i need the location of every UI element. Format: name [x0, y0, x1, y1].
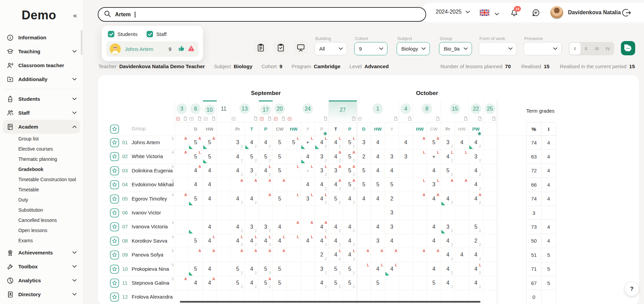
sidebar-scrollbar[interactable] — [81, 30, 82, 55]
lesson-type-header[interactable]: P — [343, 122, 357, 136]
grade-cell[interactable] — [413, 276, 427, 290]
grade-cell[interactable]: 42L — [329, 248, 343, 262]
grade-cell[interactable]: 3L — [301, 192, 315, 206]
grade-cell[interactable]: L — [287, 234, 301, 248]
grade-cell[interactable] — [217, 178, 231, 192]
lesson-materials-icon[interactable] — [478, 116, 482, 121]
grade-cell[interactable] — [399, 192, 413, 206]
grade-cell[interactable]: 4L — [203, 234, 217, 248]
grade-cell[interactable]: 42L — [329, 136, 343, 150]
language-flag-icon[interactable] — [480, 10, 489, 17]
grade-cell[interactable] — [455, 164, 469, 178]
student-name[interactable]: Evdokimov Mikhail — [132, 182, 174, 187]
grade-cell[interactable]: 3 — [357, 136, 371, 150]
grade-cell[interactable] — [217, 248, 231, 262]
grade-cell[interactable] — [483, 262, 497, 276]
grade-cell[interactable]: 4L — [371, 262, 385, 276]
grade-cell[interactable] — [217, 276, 231, 290]
sidebar-item-toolbox[interactable]: Toolbox — [3, 260, 80, 273]
grade-cell[interactable] — [399, 234, 413, 248]
video-lesson-icon[interactable] — [190, 117, 193, 121]
grade-cell[interactable]: 42A — [329, 178, 343, 192]
grade-cell[interactable]: 32 — [441, 220, 455, 234]
grade-cell[interactable] — [483, 234, 497, 248]
grade-cell[interactable] — [217, 262, 231, 276]
search-filter-students[interactable]: Students — [108, 31, 137, 37]
grade-cell[interactable] — [385, 276, 399, 290]
grade-cell[interactable] — [399, 248, 413, 262]
grade-cell[interactable] — [413, 220, 427, 234]
date-number[interactable]: 25 — [485, 103, 495, 114]
student-row[interactable]: 11Stepnova Galina5 — [106, 276, 175, 290]
grade-cell[interactable]: 4 — [203, 192, 217, 206]
lesson-type-header[interactable]: HW — [413, 122, 427, 136]
grade-cell[interactable]: 3 — [371, 234, 385, 248]
grade-cell[interactable]: 42 — [441, 276, 455, 290]
grade-cell[interactable]: A — [441, 178, 455, 192]
grade-cell[interactable]: 5L — [287, 136, 301, 150]
grade-cell[interactable]: 52 — [231, 262, 245, 276]
student-badge-icon[interactable] — [110, 194, 119, 204]
grade-cell[interactable]: 42 — [259, 136, 273, 150]
lesson-type-header[interactable]: CW — [273, 122, 287, 136]
grade-cell[interactable]: 42A — [329, 150, 343, 164]
grade-cell[interactable]: A — [413, 192, 427, 206]
grade-cell[interactable] — [357, 276, 371, 290]
grade-cell[interactable]: A — [259, 192, 273, 206]
grade-cell[interactable]: A — [357, 248, 371, 262]
grade-cell[interactable]: 42 — [231, 150, 245, 164]
student-name[interactable]: Frolova Alexandra — [132, 294, 173, 300]
search-filter-staff[interactable]: Staff — [147, 31, 167, 37]
sidebar-item-achievements[interactable]: Achievements — [3, 246, 80, 260]
grade-cell[interactable]: 52 — [231, 276, 245, 290]
grade-cell[interactable]: 5 — [357, 178, 371, 192]
grade-cell[interactable]: 32 — [315, 262, 329, 276]
grade-cell[interactable] — [427, 206, 441, 220]
global-search[interactable]: Artem — [98, 7, 426, 22]
lesson-type-header[interactable] — [175, 122, 189, 136]
grade-cell[interactable]: 32L — [315, 164, 329, 178]
board-button[interactable] — [294, 41, 308, 55]
date-number[interactable]: 8 — [421, 103, 432, 114]
student-badge-icon[interactable] — [110, 222, 119, 231]
grade-cell[interactable]: 52A — [343, 164, 357, 178]
lesson-type-header[interactable]: HW — [287, 122, 301, 136]
student-row[interactable]: 05Egorov Timofey4 — [106, 192, 175, 206]
grade-cell[interactable]: 4 — [301, 178, 315, 192]
grade-cell[interactable]: 42 — [343, 220, 357, 234]
grade-cell[interactable]: 42L — [245, 234, 259, 248]
grade-cell[interactable]: 42 — [245, 136, 259, 150]
video-lesson-icon[interactable] — [204, 117, 208, 121]
grade-cell[interactable]: 5 — [273, 276, 287, 290]
grade-cell[interactable]: L — [413, 150, 427, 164]
grade-cell[interactable]: 42 — [245, 262, 259, 276]
date-header[interactable]: 13 — [231, 100, 259, 122]
grade-cell[interactable]: 42 — [245, 192, 259, 206]
date-number[interactable]: 6 — [190, 103, 201, 114]
sidebar-item-teaching[interactable]: Teaching — [3, 44, 80, 58]
student-name[interactable]: Prokopieva Nina — [132, 266, 169, 272]
grade-cell[interactable]: 4 — [427, 262, 441, 276]
grade-cell[interactable]: 5 — [189, 234, 203, 248]
grade-cell[interactable]: 3 — [385, 220, 399, 234]
grade-cell[interactable] — [455, 220, 469, 234]
date-number[interactable]: 20 — [274, 103, 285, 114]
grade-cell[interactable] — [301, 248, 315, 262]
lesson-type-header[interactable]: D — [189, 122, 203, 136]
date-number[interactable]: 22 — [471, 103, 481, 114]
grade-cell[interactable]: 4 — [371, 136, 385, 150]
grade-cell[interactable] — [273, 206, 287, 220]
date-number[interactable]: 24 — [302, 103, 313, 114]
date-number[interactable]: 15 — [450, 103, 460, 114]
lesson-type-header[interactable] — [217, 122, 231, 136]
lesson-materials-icon[interactable] — [436, 116, 440, 121]
search-result-row[interactable]: Johns Artem 9 — [106, 41, 198, 57]
grade-cell[interactable]: 3 — [385, 206, 399, 220]
grade-cell[interactable] — [413, 206, 427, 220]
grade-cell[interactable]: 4 — [399, 136, 413, 150]
date-header[interactable]: 17 — [259, 100, 273, 122]
date-number[interactable]: 10 — [204, 104, 215, 115]
grade-cell[interactable]: 52 — [329, 262, 343, 276]
grade-cell[interactable] — [217, 192, 231, 206]
grade-cell[interactable] — [483, 220, 497, 234]
